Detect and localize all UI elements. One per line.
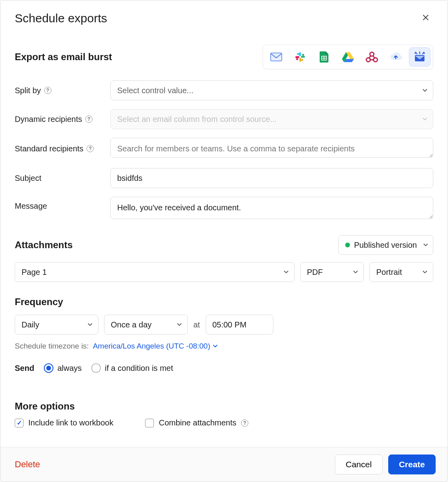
attachment-format-select[interactable]: PDF — [300, 262, 364, 282]
destination-selector — [263, 45, 433, 69]
destination-slack[interactable] — [289, 47, 311, 67]
chevron-down-icon — [422, 118, 427, 121]
svg-point-8 — [302, 54, 304, 56]
svg-rect-2 — [271, 53, 282, 61]
export-section-header: Export as email burst — [15, 45, 433, 69]
frequency-title: Frequency — [15, 296, 433, 308]
create-button[interactable]: Create — [388, 455, 436, 474]
destination-google-drive[interactable] — [337, 47, 359, 67]
status-dot-icon — [345, 243, 350, 247]
svg-point-10 — [296, 58, 298, 60]
chevron-down-icon — [177, 323, 182, 326]
help-icon[interactable]: ? — [85, 116, 92, 123]
svg-rect-3 — [299, 52, 301, 56]
dialog-body[interactable]: Export as email burst — [0, 29, 448, 447]
send-option-always[interactable]: always — [44, 363, 82, 373]
chevron-down-icon — [423, 243, 428, 247]
subject-label: Subject — [15, 174, 110, 183]
svg-rect-4 — [301, 56, 305, 58]
message-input[interactable] — [110, 197, 433, 219]
destination-email-burst[interactable] — [409, 47, 430, 67]
dialog-header: Schedule exports — [0, 0, 448, 29]
combine-attachments-checkbox[interactable]: Combine attachments ? — [145, 418, 248, 427]
timezone-label: Schedule timezone is: — [15, 342, 89, 351]
radio-selected-icon — [44, 363, 53, 373]
subject-input[interactable] — [110, 168, 433, 188]
standard-recipients-input[interactable] — [110, 138, 433, 158]
destination-webhook[interactable] — [361, 47, 383, 67]
chevron-down-icon — [422, 270, 427, 274]
svg-rect-6 — [295, 56, 299, 58]
close-icon — [421, 13, 430, 22]
checkbox-unchecked-icon — [145, 419, 154, 427]
checkbox-checked-icon — [15, 419, 24, 427]
standard-recipients-label: Standard recipients ? — [15, 144, 110, 153]
attachments-title: Attachments — [15, 239, 73, 251]
dynamic-recipients-select: Select an email column from control sour… — [110, 109, 433, 129]
include-link-checkbox[interactable]: Include link to workbook — [15, 418, 113, 427]
chevron-down-icon — [353, 270, 358, 274]
split-by-label: Split by ? — [15, 86, 110, 95]
more-options-title: More options — [15, 401, 433, 412]
dialog-footer: Delete Cancel Create — [0, 447, 448, 482]
chevron-down-icon — [284, 270, 289, 274]
svg-point-7 — [297, 53, 299, 55]
help-icon[interactable]: ? — [241, 419, 248, 427]
svg-point-9 — [301, 59, 303, 61]
radio-unselected-icon — [91, 363, 101, 373]
version-select[interactable]: Published version — [338, 235, 433, 255]
attachment-element-select[interactable]: Page 1 — [15, 262, 295, 282]
attachment-orientation-select[interactable]: Portrait — [369, 262, 433, 282]
at-label: at — [193, 320, 200, 329]
schedule-exports-dialog: Schedule exports Export as email burst — [0, 0, 448, 482]
close-button[interactable] — [418, 10, 433, 26]
dynamic-recipients-label: Dynamic recipients ? — [15, 115, 110, 124]
destination-google-sheets[interactable] — [313, 47, 335, 67]
frequency-interval-select[interactable]: Daily — [15, 315, 98, 335]
frequency-time-input[interactable]: 05:00 PM — [206, 315, 273, 335]
chevron-down-icon — [88, 323, 92, 326]
timezone-select[interactable]: America/Los Angeles (UTC -08:00) — [93, 342, 218, 351]
dialog-title: Schedule exports — [15, 12, 107, 25]
help-icon[interactable]: ? — [86, 145, 94, 152]
split-by-select[interactable]: Select control value... — [110, 80, 433, 100]
destination-cloud-storage[interactable] — [385, 47, 407, 67]
help-icon[interactable]: ? — [44, 87, 51, 94]
svg-rect-5 — [299, 58, 301, 62]
send-option-condition[interactable]: if a condition is met — [91, 363, 173, 373]
delete-button[interactable]: Delete — [12, 459, 43, 470]
chevron-down-icon — [213, 345, 218, 348]
export-section-title: Export as email burst — [15, 51, 112, 63]
message-label: Message — [15, 197, 110, 211]
cancel-button[interactable]: Cancel — [335, 455, 382, 474]
chevron-down-icon — [422, 89, 427, 92]
frequency-times-select[interactable]: Once a day — [104, 315, 188, 335]
send-label: Send — [15, 364, 34, 373]
destination-email[interactable] — [265, 47, 287, 67]
